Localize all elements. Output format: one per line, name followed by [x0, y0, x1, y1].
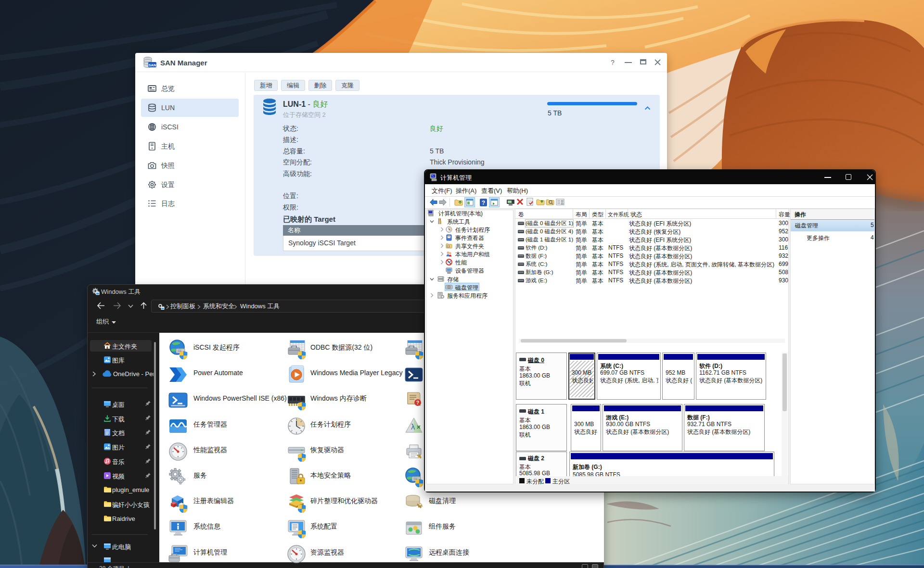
svg-text:?: ?	[482, 200, 485, 206]
svg-text:?: ?	[416, 400, 419, 405]
svg-text:23: 23	[447, 245, 449, 248]
svg-text:SAN: SAN	[149, 63, 156, 67]
svg-text:λ: λ	[411, 423, 415, 431]
